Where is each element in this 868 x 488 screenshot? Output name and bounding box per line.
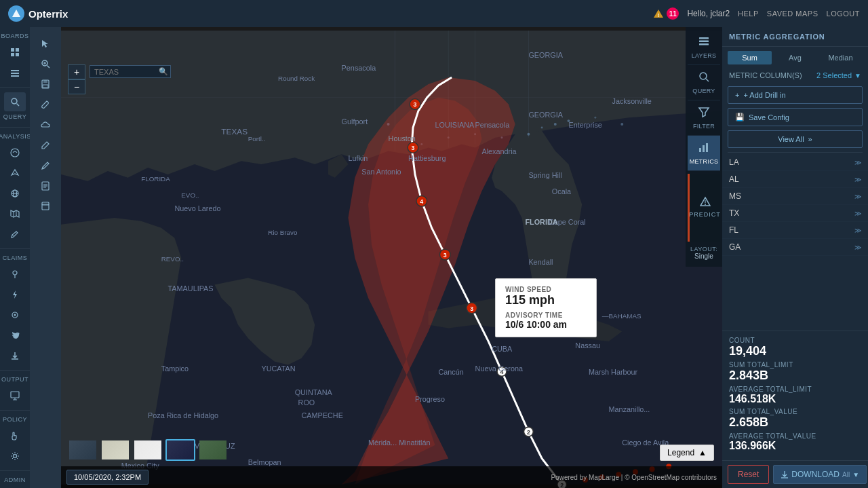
state-arrow-tx: ≫ xyxy=(854,210,861,217)
tool-wrench[interactable] xyxy=(35,95,56,114)
svg-text:2: 2 xyxy=(527,429,530,436)
tool-cursor[interactable] xyxy=(35,34,56,53)
sidebar-claims-download[interactable] xyxy=(4,346,26,365)
map-tile-2[interactable] xyxy=(100,439,130,461)
tool-zoom[interactable] xyxy=(35,54,56,73)
sidebar-claims-resize[interactable] xyxy=(4,305,26,324)
toolbar-strip xyxy=(30,27,61,488)
svg-rect-4 xyxy=(16,48,19,52)
svg-text:!: ! xyxy=(658,12,660,18)
save-config-icon: 💾 xyxy=(735,113,745,121)
map-legend[interactable]: Legend ▲ xyxy=(660,445,714,461)
reset-button[interactable]: Reset xyxy=(728,465,769,484)
map-search-box[interactable]: 🔍 xyxy=(90,65,171,78)
metrics-svg xyxy=(698,141,710,153)
map-tile-3[interactable] xyxy=(133,439,163,461)
svg-text:Hattiesburg: Hattiesburg xyxy=(408,154,446,162)
tool-pen[interactable] xyxy=(35,136,56,155)
map-search-icon: 🔍 xyxy=(159,67,168,76)
sidebar-claims-pin[interactable] xyxy=(4,265,26,284)
stat-row-sum-limit: SUM TOTAL_LIMIT 2.843B xyxy=(729,361,861,383)
tooltip-wind-value: 115 mph xyxy=(505,293,587,307)
sidebar-claims-lightning[interactable] xyxy=(4,285,26,304)
cursor-icon xyxy=(41,39,50,48)
svg-line-11 xyxy=(17,104,20,107)
add-drill-in-button[interactable]: + + Add Drill in xyxy=(728,86,863,104)
sidebar-claims-twitter[interactable] xyxy=(4,326,26,345)
state-row-tx[interactable]: TX ≫ xyxy=(722,205,868,222)
sidebar-analysis-map[interactable] xyxy=(4,204,26,223)
view-all-button[interactable]: View All » xyxy=(728,130,863,148)
save-config-button[interactable]: 💾 Save Config xyxy=(728,108,863,126)
svg-rect-5 xyxy=(11,53,14,56)
nav-help[interactable]: HELP xyxy=(738,10,759,18)
layers-icon xyxy=(10,68,20,77)
sidebar-query-search[interactable] xyxy=(4,92,26,111)
warning-icon: ! xyxy=(653,8,664,19)
svg-text:TEXAS: TEXAS xyxy=(221,127,248,136)
svg-text:QUINTANA: QUINTANA xyxy=(295,388,333,396)
map-search-input[interactable] xyxy=(94,68,159,76)
zoom-in-button[interactable]: + xyxy=(68,64,85,79)
svg-text:Tampico: Tampico xyxy=(161,364,189,373)
map-container[interactable]: 2 2 4 3 3 4 xyxy=(61,27,722,488)
svg-rect-33 xyxy=(43,80,47,83)
side-tool-metrics[interactable]: METRICS xyxy=(688,136,720,171)
sidebar-analysis-plane[interactable] xyxy=(4,164,26,183)
download-button[interactable]: DOWNLOAD All ▼ xyxy=(773,465,867,484)
sidebar-output-icon[interactable] xyxy=(4,386,26,405)
svg-text:Manzanillo...: Manzanillo... xyxy=(609,405,650,413)
plane-icon xyxy=(10,168,20,178)
metric-column-row[interactable]: METRIC COLUMN(S) 2 Selected ▼ xyxy=(722,69,868,82)
svg-rect-3 xyxy=(11,48,14,52)
side-tool-filter[interactable]: FILTER xyxy=(688,100,720,136)
side-tool-query[interactable]: QUERY xyxy=(688,65,720,100)
nav-logout[interactable]: LOGOUT xyxy=(827,10,860,18)
sidebar-analysis-globe[interactable] xyxy=(4,184,26,203)
tool-pencil[interactable] xyxy=(35,156,56,175)
predict-icon xyxy=(700,196,711,207)
svg-point-50 xyxy=(554,123,557,126)
side-tool-layers[interactable]: LAYERS xyxy=(688,30,720,65)
state-row-la[interactable]: LA ≫ xyxy=(722,154,868,171)
sidebar-boards-grid[interactable] xyxy=(4,43,26,62)
sidebar-analysis-icon1[interactable] xyxy=(4,143,26,162)
sidebar-analysis-pen[interactable] xyxy=(4,225,26,244)
state-row-ga[interactable]: GA ≫ xyxy=(722,239,868,256)
tooltip-wind-label: WIND SPEED xyxy=(505,286,587,293)
alert-badge[interactable]: 11 xyxy=(667,7,679,20)
map-tile-4[interactable] xyxy=(165,439,195,461)
svg-text:San Antonio: San Antonio xyxy=(361,168,401,176)
svg-rect-6 xyxy=(16,53,19,56)
stat-row-sum-value: SUM TOTAL_VALUE 2.658B xyxy=(729,408,861,430)
state-arrow-ga: ≫ xyxy=(854,244,861,251)
sidebar-boards-layers[interactable] xyxy=(4,63,26,82)
tool-save[interactable] xyxy=(35,75,56,94)
top-bar-left: Opterrix xyxy=(8,5,68,22)
zoom-out-button[interactable]: − xyxy=(68,79,85,94)
tab-sum[interactable]: Sum xyxy=(728,51,772,64)
left-sidebar: Boards Query Analysis xyxy=(0,27,30,488)
svg-rect-130 xyxy=(699,148,701,152)
tool-cloud[interactable] xyxy=(35,115,56,134)
state-row-fl[interactable]: FL ≫ xyxy=(722,222,868,239)
metric-column-selector[interactable]: 2 Selected ▼ xyxy=(816,71,861,79)
sidebar-label-output: Output xyxy=(1,376,28,383)
svg-line-129 xyxy=(706,79,709,81)
sidebar-policy-hand[interactable] xyxy=(4,426,26,445)
state-row-ms[interactable]: MS ≫ xyxy=(722,188,868,205)
tab-median[interactable]: Median xyxy=(818,51,863,64)
map-tile-5[interactable] xyxy=(198,439,228,461)
svg-text:Pensacola: Pensacola xyxy=(475,121,511,129)
svg-text:EVO..: EVO.. xyxy=(181,191,199,199)
right-panel-title: METRIC AGGREGATION xyxy=(729,33,861,41)
nav-saved-maps[interactable]: SAVED MAPS xyxy=(767,10,818,18)
tool-note[interactable] xyxy=(35,176,56,195)
tab-avg[interactable]: Avg xyxy=(773,51,817,64)
tool-eraser[interactable] xyxy=(35,197,56,216)
sidebar-policy-settings[interactable] xyxy=(4,447,26,466)
map-tile-1[interactable] xyxy=(68,439,98,461)
predict-button[interactable]: PredICT xyxy=(688,174,720,242)
state-row-al[interactable]: AL ≫ xyxy=(722,171,868,188)
map-tile-3-inner xyxy=(134,440,161,459)
